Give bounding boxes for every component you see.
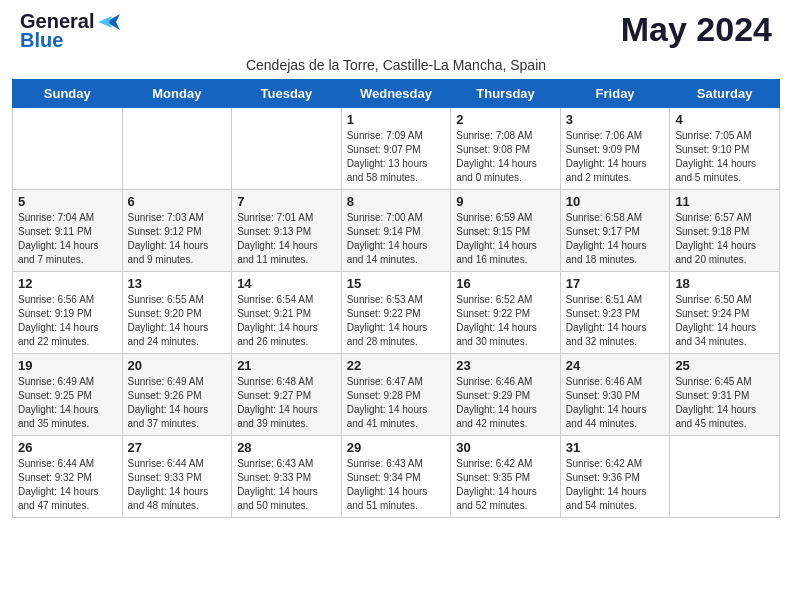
cell-line: Daylight: 14 hours	[18, 403, 117, 417]
calendar-cell: 15Sunrise: 6:53 AMSunset: 9:22 PMDayligh…	[341, 272, 451, 354]
cell-line: and 58 minutes.	[347, 171, 446, 185]
cell-content: Sunrise: 6:49 AMSunset: 9:26 PMDaylight:…	[128, 375, 227, 431]
cell-line: Daylight: 14 hours	[18, 485, 117, 499]
cell-content: Sunrise: 7:09 AMSunset: 9:07 PMDaylight:…	[347, 129, 446, 185]
calendar-cell: 1Sunrise: 7:09 AMSunset: 9:07 PMDaylight…	[341, 108, 451, 190]
calendar-cell	[13, 108, 123, 190]
day-number: 29	[347, 440, 446, 455]
calendar-week-row: 19Sunrise: 6:49 AMSunset: 9:25 PMDayligh…	[13, 354, 780, 436]
cell-line: Daylight: 14 hours	[456, 239, 555, 253]
cell-line: Daylight: 14 hours	[456, 321, 555, 335]
day-number: 9	[456, 194, 555, 209]
logo-blue-text: Blue	[20, 29, 63, 52]
cell-line: Sunrise: 6:53 AM	[347, 293, 446, 307]
cell-line: Sunrise: 6:58 AM	[566, 211, 665, 225]
calendar-cell: 21Sunrise: 6:48 AMSunset: 9:27 PMDayligh…	[232, 354, 342, 436]
cell-content: Sunrise: 6:42 AMSunset: 9:36 PMDaylight:…	[566, 457, 665, 513]
cell-content: Sunrise: 6:44 AMSunset: 9:32 PMDaylight:…	[18, 457, 117, 513]
cell-line: Daylight: 14 hours	[566, 485, 665, 499]
cell-line: Sunset: 9:23 PM	[566, 307, 665, 321]
cell-line: and 52 minutes.	[456, 499, 555, 513]
cell-line: Sunset: 9:08 PM	[456, 143, 555, 157]
day-number: 3	[566, 112, 665, 127]
calendar-cell: 23Sunrise: 6:46 AMSunset: 9:29 PMDayligh…	[451, 354, 561, 436]
cell-content: Sunrise: 6:43 AMSunset: 9:33 PMDaylight:…	[237, 457, 336, 513]
cell-line: and 34 minutes.	[675, 335, 774, 349]
cell-line: Sunrise: 7:04 AM	[18, 211, 117, 225]
cell-line: Sunset: 9:12 PM	[128, 225, 227, 239]
cell-content: Sunrise: 6:50 AMSunset: 9:24 PMDaylight:…	[675, 293, 774, 349]
calendar-cell: 22Sunrise: 6:47 AMSunset: 9:28 PMDayligh…	[341, 354, 451, 436]
day-number: 18	[675, 276, 774, 291]
cell-line: and 24 minutes.	[128, 335, 227, 349]
cell-line: Sunset: 9:25 PM	[18, 389, 117, 403]
calendar-week-row: 1Sunrise: 7:09 AMSunset: 9:07 PMDaylight…	[13, 108, 780, 190]
cell-line: Daylight: 14 hours	[675, 157, 774, 171]
day-number: 19	[18, 358, 117, 373]
cell-line: Daylight: 14 hours	[237, 239, 336, 253]
day-number: 26	[18, 440, 117, 455]
calendar-week-row: 5Sunrise: 7:04 AMSunset: 9:11 PMDaylight…	[13, 190, 780, 272]
cell-line: Daylight: 14 hours	[456, 403, 555, 417]
day-of-week-header: Sunday	[13, 80, 123, 108]
cell-line: Sunrise: 6:46 AM	[566, 375, 665, 389]
day-number: 10	[566, 194, 665, 209]
cell-line: and 22 minutes.	[18, 335, 117, 349]
cell-line: Sunrise: 6:45 AM	[675, 375, 774, 389]
cell-line: Sunset: 9:24 PM	[675, 307, 774, 321]
day-number: 30	[456, 440, 555, 455]
cell-line: Daylight: 14 hours	[675, 403, 774, 417]
cell-line: Daylight: 14 hours	[347, 321, 446, 335]
cell-line: Daylight: 14 hours	[128, 321, 227, 335]
cell-content: Sunrise: 6:49 AMSunset: 9:25 PMDaylight:…	[18, 375, 117, 431]
cell-line: and 45 minutes.	[675, 417, 774, 431]
cell-content: Sunrise: 6:42 AMSunset: 9:35 PMDaylight:…	[456, 457, 555, 513]
cell-line: Daylight: 14 hours	[237, 485, 336, 499]
day-of-week-header: Monday	[122, 80, 232, 108]
cell-line: and 11 minutes.	[237, 253, 336, 267]
cell-line: and 18 minutes.	[566, 253, 665, 267]
cell-line: Sunset: 9:20 PM	[128, 307, 227, 321]
day-number: 24	[566, 358, 665, 373]
cell-content: Sunrise: 6:56 AMSunset: 9:19 PMDaylight:…	[18, 293, 117, 349]
cell-line: and 9 minutes.	[128, 253, 227, 267]
cell-line: Sunrise: 7:00 AM	[347, 211, 446, 225]
cell-content: Sunrise: 7:08 AMSunset: 9:08 PMDaylight:…	[456, 129, 555, 185]
day-number: 17	[566, 276, 665, 291]
cell-line: Sunset: 9:13 PM	[237, 225, 336, 239]
calendar-header: SundayMondayTuesdayWednesdayThursdayFrid…	[13, 80, 780, 108]
cell-line: and 39 minutes.	[237, 417, 336, 431]
calendar-cell: 26Sunrise: 6:44 AMSunset: 9:32 PMDayligh…	[13, 436, 123, 518]
cell-content: Sunrise: 7:01 AMSunset: 9:13 PMDaylight:…	[237, 211, 336, 267]
cell-content: Sunrise: 6:46 AMSunset: 9:29 PMDaylight:…	[456, 375, 555, 431]
title-section: May 2024	[621, 10, 772, 49]
cell-line: Sunset: 9:18 PM	[675, 225, 774, 239]
calendar-table: SundayMondayTuesdayWednesdayThursdayFrid…	[12, 79, 780, 518]
cell-line: and 44 minutes.	[566, 417, 665, 431]
cell-line: Sunrise: 6:49 AM	[18, 375, 117, 389]
calendar-cell: 18Sunrise: 6:50 AMSunset: 9:24 PMDayligh…	[670, 272, 780, 354]
cell-line: Sunrise: 6:48 AM	[237, 375, 336, 389]
cell-line: Sunrise: 6:43 AM	[347, 457, 446, 471]
cell-line: and 32 minutes.	[566, 335, 665, 349]
cell-line: and 7 minutes.	[18, 253, 117, 267]
cell-content: Sunrise: 7:04 AMSunset: 9:11 PMDaylight:…	[18, 211, 117, 267]
cell-line: Daylight: 14 hours	[566, 157, 665, 171]
cell-content: Sunrise: 6:54 AMSunset: 9:21 PMDaylight:…	[237, 293, 336, 349]
calendar-cell: 25Sunrise: 6:45 AMSunset: 9:31 PMDayligh…	[670, 354, 780, 436]
day-number: 8	[347, 194, 446, 209]
cell-line: Sunset: 9:36 PM	[566, 471, 665, 485]
cell-content: Sunrise: 7:03 AMSunset: 9:12 PMDaylight:…	[128, 211, 227, 267]
cell-line: and 20 minutes.	[675, 253, 774, 267]
cell-line: Sunset: 9:31 PM	[675, 389, 774, 403]
cell-line: Daylight: 14 hours	[675, 321, 774, 335]
day-number: 4	[675, 112, 774, 127]
day-number: 31	[566, 440, 665, 455]
calendar-cell: 6Sunrise: 7:03 AMSunset: 9:12 PMDaylight…	[122, 190, 232, 272]
cell-line: Daylight: 14 hours	[128, 403, 227, 417]
calendar-cell: 12Sunrise: 6:56 AMSunset: 9:19 PMDayligh…	[13, 272, 123, 354]
cell-line: Daylight: 14 hours	[347, 403, 446, 417]
cell-line: Daylight: 14 hours	[18, 321, 117, 335]
cell-line: Sunrise: 6:43 AM	[237, 457, 336, 471]
cell-line: Sunrise: 7:03 AM	[128, 211, 227, 225]
